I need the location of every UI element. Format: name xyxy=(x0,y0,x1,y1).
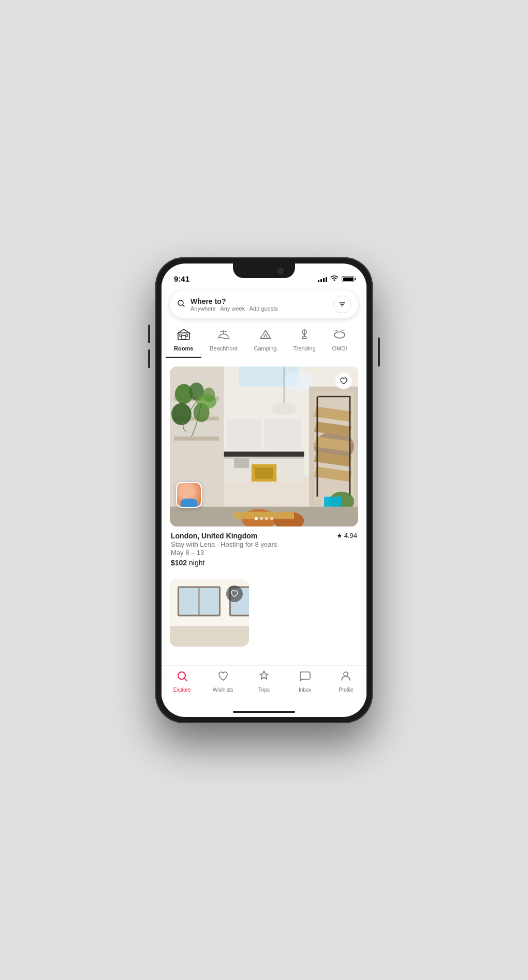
camera xyxy=(277,268,284,274)
nav-trips[interactable]: Trips xyxy=(243,670,284,693)
wishlist-button-1[interactable] xyxy=(335,373,352,389)
svg-rect-34 xyxy=(255,467,273,478)
home-indicator xyxy=(162,707,366,717)
phone-screen: 9:41 xyxy=(162,264,366,717)
category-tab-camping[interactable]: Camping xyxy=(245,325,285,358)
svg-rect-40 xyxy=(317,397,318,496)
trending-icon xyxy=(298,329,311,343)
nav-profile[interactable]: Profile xyxy=(326,670,366,693)
camping-icon xyxy=(259,329,272,343)
svg-rect-6 xyxy=(182,335,186,340)
svg-point-67 xyxy=(344,672,348,676)
listing-card-1[interactable]: London, United Kingdom ★ 4.94 Stay with … xyxy=(170,367,358,567)
category-tab-trending[interactable]: Trending xyxy=(285,325,324,358)
svg-point-26 xyxy=(196,394,216,409)
listing-image-1 xyxy=(170,367,358,526)
category-label-omg: OMG! xyxy=(332,345,347,352)
svg-point-37 xyxy=(272,403,297,415)
search-container: Where to? Anywhere · Any week · Add gues… xyxy=(162,286,366,325)
host-avatar-1 xyxy=(176,482,202,508)
listings-scroll[interactable]: London, United Kingdom ★ 4.94 Stay with … xyxy=(162,358,366,665)
category-label-trending: Trending xyxy=(294,345,316,352)
svg-line-66 xyxy=(184,678,187,681)
nav-wishlists-label: Wishlists xyxy=(213,687,233,693)
svg-rect-31 xyxy=(264,419,302,449)
search-sub-text: Anywhere · Any week · Add guests xyxy=(190,305,328,312)
trips-icon xyxy=(258,670,270,685)
inbox-icon xyxy=(299,670,311,685)
signal-icon xyxy=(318,276,327,282)
svg-point-11 xyxy=(334,332,345,338)
search-bar[interactable]: Where to? Anywhere · Any week · Add gues… xyxy=(170,290,358,318)
phone-frame: 9:41 xyxy=(155,257,373,723)
listing-price-1: $102 night xyxy=(171,559,357,567)
wishlists-icon xyxy=(217,670,229,685)
category-tab-rooms[interactable]: Rooms xyxy=(166,325,201,358)
listing-info-1: London, United Kingdom ★ 4.94 Stay with … xyxy=(170,526,358,567)
svg-rect-32 xyxy=(224,451,304,457)
listing-location-1: London, United Kingdom xyxy=(171,532,257,540)
nav-inbox[interactable]: Inbox xyxy=(285,670,326,693)
nav-inbox-label: Inbox xyxy=(299,687,311,693)
nav-profile-label: Profile xyxy=(339,687,353,693)
category-label-camping: Camping xyxy=(254,345,276,352)
listing-image-2 xyxy=(170,579,249,647)
omg-icon xyxy=(333,329,346,343)
category-tab-omg[interactable]: OMG! xyxy=(324,325,356,358)
nav-explore[interactable]: Explore xyxy=(162,670,202,693)
bottom-navigation: Explore Wishlists xyxy=(162,665,366,707)
profile-icon xyxy=(340,670,352,685)
battery-icon xyxy=(342,276,354,282)
search-main-text: Where to? xyxy=(190,297,328,305)
power-button xyxy=(378,338,380,367)
svg-line-1 xyxy=(183,304,185,306)
listing-host-1: Stay with Lena · Hosting for 8 years xyxy=(171,540,357,548)
listing-dates-1: May 8 – 13 xyxy=(171,549,357,557)
status-icons xyxy=(318,275,354,283)
wishlist-button-2[interactable] xyxy=(226,586,243,602)
nav-trips-label: Trips xyxy=(258,687,270,693)
category-label-beachfront: Beachfront xyxy=(210,345,237,352)
status-time: 9:41 xyxy=(174,274,189,283)
svg-rect-20 xyxy=(174,436,219,441)
svg-rect-35 xyxy=(234,458,249,467)
svg-rect-41 xyxy=(349,397,350,496)
volume-down-button xyxy=(148,349,150,368)
search-icon xyxy=(177,299,185,310)
beachfront-icon xyxy=(217,329,230,343)
category-label-rooms: Rooms xyxy=(174,345,193,352)
nav-wishlists[interactable]: Wishlists xyxy=(202,670,243,693)
svg-rect-30 xyxy=(226,419,261,449)
rating-value-1: 4.94 xyxy=(344,532,357,539)
nav-explore-label: Explore xyxy=(173,687,191,693)
category-tabs: Rooms Beachfront xyxy=(162,325,366,358)
svg-rect-64 xyxy=(170,626,249,647)
main-content: Where to? Anywhere · Any week · Add gues… xyxy=(162,286,366,717)
svg-rect-7 xyxy=(180,334,182,337)
listing-rating-1: ★ 4.94 xyxy=(336,532,357,539)
svg-rect-8 xyxy=(186,334,188,337)
star-icon: ★ xyxy=(336,532,343,539)
notch xyxy=(233,264,295,278)
listing-card-2[interactable] xyxy=(170,579,358,647)
volume-up-button xyxy=(148,325,150,343)
explore-icon xyxy=(176,670,188,685)
wifi-icon xyxy=(330,275,339,283)
category-tab-beachfront[interactable]: Beachfront xyxy=(201,325,245,358)
rooms-icon xyxy=(177,329,190,343)
image-dots xyxy=(255,517,273,520)
filter-button[interactable] xyxy=(333,296,351,313)
